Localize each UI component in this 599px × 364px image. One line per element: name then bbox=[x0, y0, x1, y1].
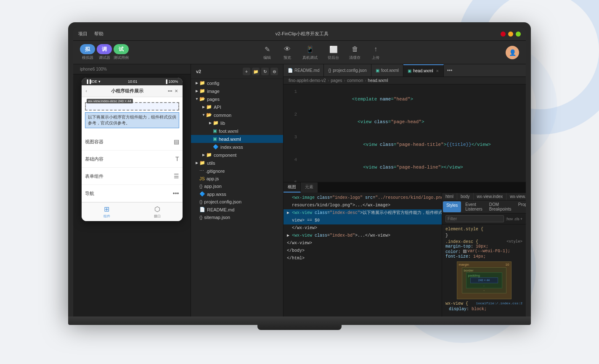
breadcrumb-item-1[interactable]: pages bbox=[331, 78, 342, 83]
dom-line-6: ▶ <wx-view class="index-bd">...</wx-view… bbox=[284, 232, 442, 240]
styles-tab-dom-breakpoints[interactable]: DOM Breakpoints bbox=[486, 200, 515, 213]
tree-item-head-wxml[interactable]: ▣ head.wxml bbox=[191, 135, 283, 143]
tree-item-lib[interactable]: ▶ 📁 lib bbox=[191, 119, 283, 127]
menu-item-project[interactable]: 项目 bbox=[78, 31, 87, 37]
action-device-debug[interactable]: 📱 真机调试 bbox=[302, 44, 318, 61]
action-background[interactable]: ⬜ 切后台 bbox=[328, 44, 339, 61]
tree-item-utils[interactable]: ▶ 📁 utils bbox=[191, 159, 283, 167]
tree-item-appwxss[interactable]: 🔷 app.wxss bbox=[191, 190, 283, 198]
path-item-body[interactable]: body bbox=[457, 193, 474, 200]
code-editor[interactable]: 1 <template name="head"> 2 <view class="… bbox=[284, 84, 526, 182]
tab-foot-wxml[interactable]: ▣ foot.wxml bbox=[371, 64, 403, 76]
nav-icon: ••• bbox=[173, 190, 179, 197]
minimize-button[interactable] bbox=[508, 32, 513, 37]
tree-label-index-wxss: index.wxss bbox=[220, 145, 243, 150]
dom-tree[interactable]: <wx-image class="index-logo" src="../res… bbox=[284, 193, 442, 317]
arrow-image: ▶ bbox=[194, 89, 199, 93]
section-basic-content[interactable]: 基础内容 T bbox=[82, 150, 183, 168]
tree-label-gitignore: .gitignore bbox=[206, 169, 225, 174]
path-item-wx-view-index[interactable]: wx-view.index bbox=[474, 193, 507, 200]
tab-close-button[interactable]: ✕ bbox=[436, 69, 439, 73]
edit-label: 编辑 bbox=[263, 55, 271, 61]
user-avatar[interactable]: 👤 bbox=[506, 46, 519, 59]
tree-item-gitignore[interactable]: ⋯ .gitignore bbox=[191, 167, 283, 175]
breadcrumb-current: head.wxml bbox=[368, 78, 388, 83]
tree-item-image[interactable]: ▶ 📁 image bbox=[191, 87, 283, 95]
tab-readme[interactable]: 📄 README.md bbox=[284, 64, 324, 76]
device-info: iphone6 100% bbox=[80, 67, 107, 71]
tab-project-config[interactable]: {} project.config.json bbox=[324, 64, 371, 76]
styles-tab-properties[interactable]: Properties bbox=[515, 200, 526, 213]
breadcrumb-item-2[interactable]: common bbox=[347, 78, 363, 83]
phone-status-left: ▐▐IDE ▾ bbox=[86, 79, 101, 84]
phone-content: wx-view.index-desc 240 × 44 以下将展示小程序官方组件… bbox=[82, 97, 183, 133]
phone-close-icon[interactable]: ✕ bbox=[175, 89, 178, 93]
tree-item-projectjson[interactable]: {} project.config.json bbox=[191, 198, 283, 206]
code-line-1: 1 <template name="head"> bbox=[284, 88, 526, 111]
tree-item-appjson[interactable]: {} app.json bbox=[191, 182, 283, 190]
head-wxml-icon: ▣ bbox=[408, 69, 411, 73]
styles-content: element.style { } .index-desc { bbox=[442, 224, 526, 317]
new-folder-button[interactable]: 📁 bbox=[252, 68, 260, 75]
tree-item-config[interactable]: ▶ 📁 config bbox=[191, 79, 283, 87]
styles-tab-styles[interactable]: Styles bbox=[443, 201, 461, 212]
devtools-tab-overview[interactable]: 概图 bbox=[284, 182, 301, 193]
styles-filter-input[interactable] bbox=[445, 215, 504, 222]
path-item-wx-view-hd[interactable]: wx-view.index-hd bbox=[506, 193, 526, 200]
maximize-button[interactable] bbox=[516, 32, 521, 37]
tree-item-sitemap[interactable]: {} sitemap.json bbox=[191, 214, 283, 221]
filter-hov[interactable]: :hov bbox=[506, 217, 513, 221]
refresh-button[interactable]: ↻ bbox=[261, 68, 269, 75]
arrow-pages: ▼ bbox=[194, 97, 199, 101]
file-icon-gitignore: ⋯ bbox=[199, 168, 204, 174]
section-view-container[interactable]: 视图容器 ▤ bbox=[82, 133, 183, 150]
section-nav[interactable]: 导航 ••• bbox=[82, 185, 183, 202]
phone-more-icon[interactable]: ••• bbox=[168, 89, 172, 93]
line-num-3: 3 bbox=[287, 133, 297, 141]
simulate-button[interactable]: 拟 模拟器 bbox=[80, 44, 95, 61]
tab-more-button[interactable]: ••• bbox=[444, 68, 456, 74]
action-upload[interactable]: ↑ 上传 bbox=[371, 44, 381, 61]
tree-item-api[interactable]: ▶ 📁 API bbox=[191, 103, 283, 111]
tree-item-pages[interactable]: ▼ 📂 pages bbox=[191, 95, 283, 103]
tab-head-wxml[interactable]: ▣ head.wxml ✕ bbox=[403, 64, 444, 76]
devtools-tab-elements[interactable]: 元素 bbox=[301, 182, 318, 193]
element-label: wx-view.index-desc 240 × 44 bbox=[87, 99, 133, 103]
box-content-layer: 240 × 44 bbox=[470, 277, 498, 283]
file-icon-sitemap: {} bbox=[199, 215, 202, 220]
bottom-nav-api[interactable]: ⬡ 接口 bbox=[154, 205, 161, 219]
action-clear-cache[interactable]: 🗑 清缓存 bbox=[349, 44, 360, 61]
debug-button[interactable]: 调 调试器 bbox=[97, 44, 112, 61]
tree-item-component[interactable]: ▶ 📁 component bbox=[191, 151, 283, 159]
folder-icon-utils: 📁 bbox=[199, 160, 205, 166]
filter-add[interactable]: + bbox=[520, 217, 522, 221]
clear-cache-icon: 🗑 bbox=[350, 44, 360, 54]
tree-item-common[interactable]: ▼ 📂 common bbox=[191, 111, 283, 119]
phone-status-bar: ▐▐IDE ▾ 10:01 ▐ 100% bbox=[82, 78, 183, 85]
styles-filter: :hov .cls + bbox=[442, 214, 526, 224]
font-size-prop: font-size bbox=[445, 254, 468, 259]
styles-wx-view-rule: wx-view { localfile:/.index.css:2 displa… bbox=[442, 301, 526, 312]
tree-item-appjs[interactable]: JS app.js bbox=[191, 175, 283, 182]
dom-line-3-selected[interactable]: ▶ <wx-view class="index-desc">以下将展示小程序官方… bbox=[284, 209, 442, 217]
devtools-header-tabs: 概图 元素 bbox=[284, 182, 526, 193]
wx-view-link[interactable]: localfile:/.index.css:2 bbox=[476, 301, 522, 305]
styles-tab-event-listeners[interactable]: Event Listeners bbox=[462, 200, 486, 213]
action-edit[interactable]: ✎ 编辑 bbox=[262, 44, 272, 61]
action-preview[interactable]: 👁 预览 bbox=[282, 44, 292, 61]
section-form[interactable]: 表单组件 ☰ bbox=[82, 168, 183, 185]
collapse-button[interactable]: ⊖ bbox=[270, 68, 278, 75]
line-content-5: <wx:if="{{desc}}" class="page-head-desc"… bbox=[302, 179, 510, 182]
test-button[interactable]: 试 测试用例 bbox=[114, 44, 129, 61]
filter-cls[interactable]: .cls bbox=[514, 217, 519, 221]
menu-bar: 项目 帮助 bbox=[78, 31, 103, 37]
bottom-nav-components[interactable]: ⊞ 组件 bbox=[103, 205, 110, 219]
tree-item-readme[interactable]: 📄 README.md bbox=[191, 206, 283, 214]
menu-item-help[interactable]: 帮助 bbox=[94, 31, 103, 37]
close-button[interactable] bbox=[501, 32, 506, 37]
path-item-html[interactable]: html bbox=[442, 193, 457, 200]
breadcrumb-item-0[interactable]: fino-applet-demo-v2 bbox=[289, 78, 326, 83]
tree-item-foot-wxml[interactable]: ▣ foot.wxml bbox=[191, 127, 283, 135]
tree-item-index-wxss[interactable]: 🔷 index.wxss bbox=[191, 143, 283, 151]
new-file-button[interactable]: + bbox=[243, 68, 250, 75]
